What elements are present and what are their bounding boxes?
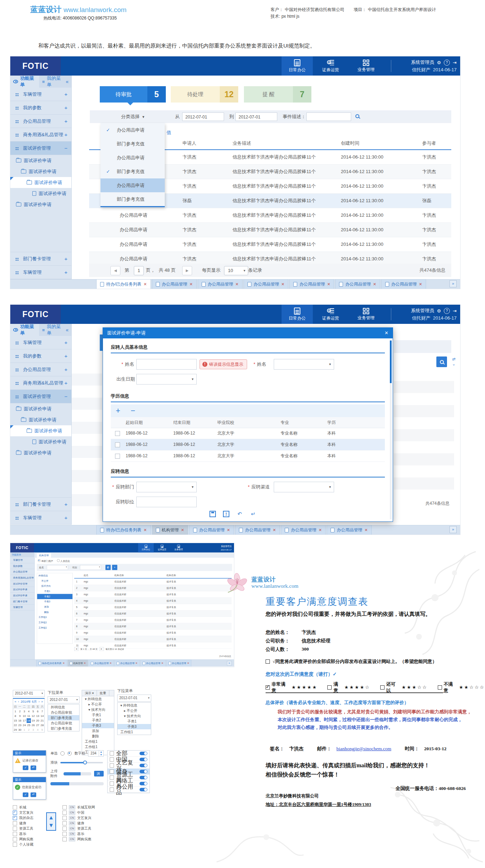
expand-icon[interactable]: + [64,363,67,376]
sidebar-tab-function-menu[interactable]: 功能菜单 [10,76,39,88]
sidebar-tab-my-menu[interactable]: ≡我的菜单 [39,76,66,88]
doc-tab[interactable]: 待办/已办任务列表✕ [36,660,67,667]
name2-select[interactable] [274,359,334,370]
tree-node[interactable]: ▾ 外聘信息 [82,696,114,702]
toggle-switch[interactable] [140,776,147,779]
category-select[interactable]: 分类选择 [121,110,145,123]
close-icon[interactable]: ✕ [327,282,330,287]
checkbox-icon[interactable] [110,763,114,768]
calendar-day[interactable]: 5 [40,728,44,732]
next-year-icon[interactable]: » [41,700,43,703]
calendar-day[interactable]: 20 [36,718,40,723]
row-checkbox[interactable] [115,431,120,436]
tree-node[interactable]: 外聘信息 [37,573,72,579]
sidebar-item[interactable]: 商务用酒&礼品管理+ [10,128,71,142]
expand-icon[interactable]: + [64,266,67,279]
sidebar-subitem[interactable]: 面试评价申请 [10,188,71,199]
close-icon[interactable]: ✕ [227,528,230,532]
nav-tab-daily-office[interactable]: 日常办公 [282,56,313,76]
sidebar-item[interactable]: 车辆管理+ [10,88,71,101]
nav-tab-daily-office[interactable]: 日常办公 [282,305,313,324]
tree-node[interactable]: 子类3 [118,724,151,729]
undo-icon[interactable]: ↶ [236,511,243,517]
tree-tab[interactable]: 演示 ▾ [82,690,97,696]
close-icon[interactable]: ✕ [161,662,163,665]
checkbox-icon[interactable] [62,816,67,820]
remove-row-button[interactable]: − [131,406,135,415]
sidebar-subitem[interactable]: 面试评价申请 [10,177,71,188]
expand-icon[interactable]: + [64,128,67,141]
radio-icon[interactable] [60,751,65,756]
calendar-day[interactable]: 3 [22,709,27,714]
event-desc-input[interactable] [306,112,351,121]
tree-node[interactable]: 工作组1 [82,739,114,744]
birth-select[interactable] [136,374,197,385]
doc-tab[interactable]: 办公用品管理✕ [198,279,243,289]
close-icon[interactable]: ✕ [109,662,111,665]
tree-node[interactable]: ▸ 不公开 [118,708,151,713]
dropdown-item[interactable]: ✓部门参考充值 [100,165,165,178]
dropdown-item[interactable]: ✓部门参考充值 [100,192,165,206]
dropdown-item[interactable]: ✓办公用品申请 [100,123,165,137]
nav-tab-securities[interactable]: $证券运营 [313,305,348,324]
down-arrow-icon[interactable]: ▼ [48,822,54,829]
checkbox-icon[interactable] [13,832,17,836]
position-input[interactable] [136,497,197,507]
close-icon[interactable]: ✕ [84,662,86,665]
vertical-stepper[interactable]: ▲ ▼ [46,812,56,831]
close-icon[interactable]: ✕ [190,282,193,287]
settings-gear-icon[interactable]: ⚙ [437,308,441,314]
next-month-icon[interactable]: › [38,700,39,703]
doc-tab[interactable]: 办公用品管理✕ [189,525,234,535]
sidebar-item[interactable]: 部门餐卡管理 [10,599,34,605]
tree-node[interactable]: 子类3 [82,723,114,728]
cn-row[interactable]: CN 网购实惠 [62,836,109,842]
doc-tab[interactable]: 机构管理✕ [67,660,88,667]
sidebar-subitem[interactable]: 面试评价申请 [10,436,71,447]
nav-tab-daily-office[interactable]: 日常办公 [138,543,154,553]
dropdown-item[interactable]: ✓办公用品申请 [100,178,165,192]
doc-tab[interactable]: 办公用品管理✕ [381,279,426,289]
sidebar-collapse-button[interactable]: « [66,327,71,333]
cn-row[interactable]: CN 中国 [62,810,109,815]
more-tabs-button[interactable]: » [449,280,457,287]
sidebar-item[interactable]: 面试评价管理− [10,390,71,403]
table-row[interactable]: 办公用品申请 卞洪杰 信息技术部卞洪杰申请办公用品胶棒11个 2014-06-1… [89,237,451,252]
expand-icon[interactable]: + [64,498,67,511]
expand-icon[interactable]: − [64,390,67,403]
dropdown-item[interactable]: 外聘信息 [48,704,79,710]
expand-icon[interactable]: + [64,101,67,114]
rating-checkbox[interactable] [327,685,332,690]
add-button[interactable]: + [112,565,118,570]
close-icon[interactable]: ✕ [385,328,388,338]
sidebar-item[interactable]: 我的参数 [10,563,34,569]
calendar-day[interactable]: 23 [18,723,22,728]
checkbox-icon[interactable] [13,816,17,820]
calendar-day[interactable]: 8 [13,714,18,718]
checkbox-icon[interactable] [110,751,114,756]
cn-row[interactable]: CN 器乐 [62,831,109,836]
checkbox-icon[interactable] [62,832,67,836]
modal-scrollbar[interactable] [390,340,392,519]
nav-tab-securities[interactable]: 证券运营 [154,543,170,553]
next-page-button[interactable]: ▶ [99,647,104,651]
tree-node[interactable]: 删除 [82,734,114,739]
gender-select[interactable] [80,565,101,570]
sidebar-item[interactable]: 部门餐卡管理+ [10,252,71,266]
nav-tab-business[interactable]: 业务管理 [170,543,187,553]
checkbox-icon[interactable] [62,821,67,825]
toggle-switch[interactable] [140,782,147,785]
toggle-row[interactable]: 办公用品 [108,787,149,793]
tree-node[interactable]: 子类1 [118,719,151,724]
name-select[interactable] [47,565,68,570]
education-row[interactable]: 1988-06-121988-06-12 北京大学专业名称 本科 [111,428,385,439]
dropdown-value[interactable]: 2012-07-01 [48,696,80,703]
sidebar-item[interactable]: 我的参数+ [10,101,71,115]
toggle-switch[interactable] [140,788,147,791]
calendar-day[interactable]: 29 [13,728,18,732]
expand-icon[interactable]: + [64,88,67,101]
sidebar-subitem[interactable]: 面试评价申请 [10,414,71,425]
undo-button[interactable]: ↶ [31,792,36,797]
doc-tab[interactable]: 办公用品管理✕ [140,660,165,667]
number-stepper[interactable]: 234▲▼ [88,750,104,757]
